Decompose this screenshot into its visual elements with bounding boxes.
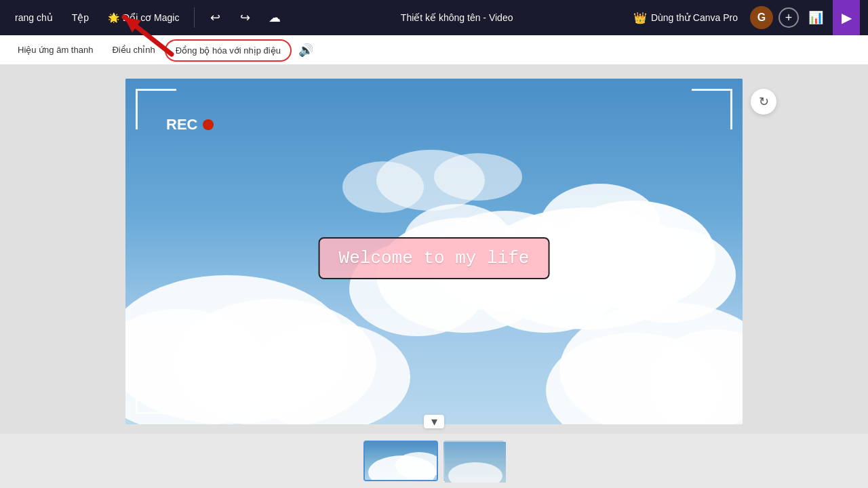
svg-point-16 (342, 161, 424, 213)
cloud-save-button[interactable]: ☁ (262, 5, 287, 30)
nav-file[interactable]: Tệp (65, 8, 96, 27)
user-avatar[interactable]: G (750, 6, 773, 29)
chevron-down-button[interactable]: ▾ (424, 415, 444, 428)
rec-indicator: REC (166, 116, 214, 134)
crown-icon: 👑 (633, 12, 647, 24)
canvas-text-box[interactable]: Welcome to my life (319, 237, 550, 279)
rec-dot (203, 119, 214, 130)
refresh-button[interactable]: ↻ (751, 89, 776, 115)
filmstrip-inner (350, 441, 518, 481)
sound-effects-tab[interactable]: Hiệu ứng âm thanh (8, 39, 102, 60)
nav-divider-1 (194, 7, 195, 28)
sync-tab-wrapper: Đồng bộ hóa với nhịp điệu (165, 44, 292, 56)
try-pro-label: Dùng thử Canva Pro (651, 12, 738, 23)
analytics-icon[interactable]: 📊 (804, 6, 827, 29)
main-area: REC Welcome to my life ↻ ▾ (0, 65, 868, 488)
thumb-2-preview (445, 442, 506, 483)
present-button[interactable]: ▶ (833, 0, 860, 35)
film-thumb-2[interactable] (443, 441, 505, 481)
svg-point-17 (434, 153, 522, 201)
nav-magic[interactable]: 🌟 Đổi cơ Magic (101, 8, 186, 27)
canvas-text: Welcome to my life (339, 248, 530, 268)
canvas-background[interactable]: REC Welcome to my life (125, 79, 743, 424)
nav-home[interactable]: rang chủ (8, 8, 60, 27)
document-title: Thiết kế không tên - Video (292, 12, 621, 23)
film-thumb-1[interactable] (363, 441, 438, 481)
volume-icon[interactable]: 🔊 (292, 37, 320, 63)
try-pro-button[interactable]: 👑 Dùng thử Canva Pro (627, 7, 745, 28)
add-button[interactable]: + (778, 7, 799, 28)
canvas-container: REC Welcome to my life ↻ ▾ (0, 65, 868, 488)
sync-beat-tab[interactable]: Đồng bộ hóa với nhịp điệu (165, 39, 292, 62)
filmstrip (0, 434, 868, 488)
magic-emoji: 🌟 (108, 12, 119, 23)
nav-right-section: 👑 Dùng thử Canva Pro G + 📊 (627, 6, 827, 29)
magic-label: Đổi cơ Magic (123, 12, 179, 23)
redo-button[interactable]: ↪ (233, 5, 257, 30)
thumb-1-preview (365, 442, 438, 481)
rec-label: REC (166, 116, 197, 134)
undo-button[interactable]: ↩ (203, 5, 227, 30)
canvas-wrapper: REC Welcome to my life ↻ (125, 79, 743, 424)
secondary-toolbar: Hiệu ứng âm thanh Điều chỉnh Đồng bộ hóa… (0, 35, 868, 65)
adjust-tab[interactable]: Điều chỉnh (102, 39, 164, 60)
top-navigation: rang chủ Tệp 🌟 Đổi cơ Magic ↩ ↪ ☁ Thiết … (0, 0, 868, 35)
